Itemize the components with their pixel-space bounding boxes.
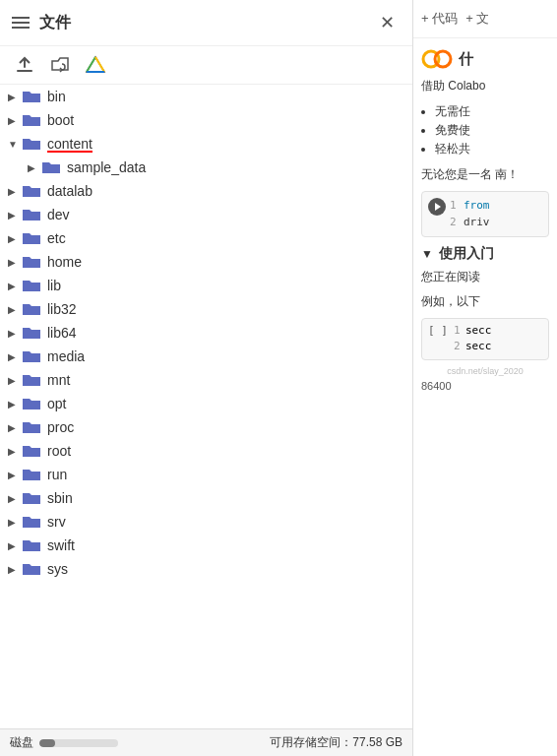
refresh-folder-icon[interactable] — [49, 54, 71, 76]
tree-item-home[interactable]: ▶ home — [0, 250, 412, 274]
drive-icon[interactable] — [85, 54, 106, 76]
tree-item-boot[interactable]: ▶ boot — [0, 108, 412, 132]
label-datalab: datalab — [47, 183, 93, 199]
tree-item-sys[interactable]: ▶ sys — [0, 557, 412, 581]
label-sys: sys — [47, 561, 68, 577]
upload-icon[interactable] — [14, 54, 35, 76]
tree-item-proc[interactable]: ▶ proc — [0, 415, 412, 439]
label-swift: swift — [47, 537, 75, 553]
label-run: run — [47, 467, 67, 482]
label-proc: proc — [47, 419, 74, 435]
tree-item-bin[interactable]: ▶ bin — [0, 85, 412, 108]
folder-icon-etc — [22, 230, 41, 246]
folder-icon-proc — [22, 419, 41, 435]
tree-item-lib[interactable]: ▶ lib — [0, 274, 412, 297]
folder-icon-run — [22, 467, 41, 482]
arrow-content: ▼ — [8, 139, 22, 150]
arrow-datalab: ▶ — [8, 186, 22, 197]
folder-icon-lib64 — [22, 325, 41, 341]
close-button[interactable]: ✕ — [374, 10, 401, 35]
cell-line-2: [ ] 2 secc — [428, 339, 542, 355]
folder-icon-home — [22, 254, 41, 270]
usage-body-text: 您正在阅读 — [421, 269, 549, 285]
tree-item-datalab[interactable]: ▶ datalab — [0, 179, 412, 203]
usage-section: ▼ 使用入门 您正在阅读 例如，以下 — [421, 245, 549, 310]
arrow-lib32: ▶ — [8, 304, 22, 315]
arrow-lib64: ▶ — [8, 328, 22, 339]
tree-item-swift[interactable]: ▶ swift — [0, 534, 412, 557]
arrow-swift: ▶ — [8, 540, 22, 551]
line-num-2: 2 — [450, 215, 460, 231]
tree-item-media[interactable]: ▶ media — [0, 345, 412, 368]
cell-brackets: [ ] — [428, 323, 448, 340]
bullet-item-1: 无需任 — [435, 102, 549, 121]
colab-logo-row: 什 — [421, 48, 549, 70]
label-sbin: sbin — [47, 490, 73, 506]
label-lib: lib — [47, 278, 61, 293]
tree-item-root[interactable]: ▶ root — [0, 439, 412, 463]
arrow-sbin: ▶ — [8, 493, 22, 504]
cell-text-2: secc — [465, 339, 492, 355]
bullet-item-3: 轻松共 — [435, 140, 549, 158]
folder-icon-opt — [22, 396, 41, 411]
code-line-1: 1 from — [450, 198, 490, 215]
folder-icon-swift — [22, 537, 41, 553]
status-bar: 磁盘 可用存储空间：77.58 GB — [0, 728, 412, 756]
bullet-item-2: 免费使 — [435, 121, 549, 140]
tree-item-dev[interactable]: ▶ dev — [0, 203, 412, 226]
tree-item-mnt[interactable]: ▶ mnt — [0, 368, 412, 392]
arrow-home: ▶ — [8, 257, 22, 268]
add-code-button[interactable]: + 代码 — [421, 10, 458, 28]
label-opt: opt — [47, 396, 66, 411]
toolbar — [0, 46, 412, 85]
section-header: ▼ 使用入门 — [421, 245, 549, 263]
hamburger-icon[interactable] — [12, 17, 30, 29]
label-lib32: lib32 — [47, 301, 77, 317]
arrow-proc: ▶ — [8, 422, 22, 433]
add-text-button[interactable]: + 文 — [465, 10, 489, 28]
arrow-run: ▶ — [8, 470, 22, 480]
cell-text-1: secc — [465, 323, 492, 340]
label-dev: dev — [47, 207, 70, 222]
watermark: csdn.net/slay_2020 — [421, 366, 549, 376]
tree-item-lib64[interactable]: ▶ lib64 — [0, 321, 412, 345]
folder-icon-bin — [22, 89, 41, 104]
tree-item-srv[interactable]: ▶ srv — [0, 510, 412, 534]
left-panel: 文件 ✕ — [0, 0, 413, 756]
free-space-label: 可用存储空间：77.58 GB — [270, 734, 402, 751]
label-content: content — [47, 136, 93, 152]
label-sample_data: sample_data — [67, 159, 146, 175]
folder-icon-media — [22, 348, 41, 364]
section-arrow[interactable]: ▼ — [421, 247, 433, 261]
disk-label: 磁盘 — [10, 734, 33, 751]
right-panel: + 代码 + 文 什 借助 Colabo 无需任 免费使 轻松共 无论您是一名 … — [413, 0, 557, 756]
cell-linenum-2: 2 — [454, 339, 464, 355]
label-bin: bin — [47, 89, 66, 104]
folder-icon-lib32 — [22, 301, 41, 317]
folder-icon-root — [22, 443, 41, 459]
arrow-dev: ▶ — [8, 210, 22, 220]
folder-icon-boot — [22, 112, 41, 128]
disk-bar-fill — [39, 739, 55, 747]
label-media: media — [47, 348, 85, 364]
bottom-num: 86400 — [421, 380, 549, 392]
code-line-2: 2 driv — [450, 215, 490, 231]
tree-item-lib32[interactable]: ▶ lib32 — [0, 297, 412, 321]
tree-item-opt[interactable]: ▶ opt — [0, 392, 412, 415]
arrow-srv: ▶ — [8, 517, 22, 528]
arrow-boot: ▶ — [8, 115, 22, 126]
tree-item-content[interactable]: ▼ content — [0, 132, 412, 156]
code-text-2: driv — [464, 215, 490, 231]
colab-logo-icon — [421, 48, 453, 70]
tree-item-sample_data[interactable]: ▶ sample_data — [0, 156, 412, 179]
folder-icon-mnt — [22, 372, 41, 388]
arrow-bin: ▶ — [8, 92, 22, 102]
label-boot: boot — [47, 112, 74, 128]
folder-icon-sys — [22, 561, 41, 577]
status-left: 磁盘 — [10, 734, 118, 751]
play-button[interactable] — [428, 198, 446, 216]
tree-item-sbin[interactable]: ▶ sbin — [0, 486, 412, 510]
tree-item-run[interactable]: ▶ run — [0, 463, 412, 486]
tree-item-etc[interactable]: ▶ etc — [0, 226, 412, 250]
label-home: home — [47, 254, 82, 270]
